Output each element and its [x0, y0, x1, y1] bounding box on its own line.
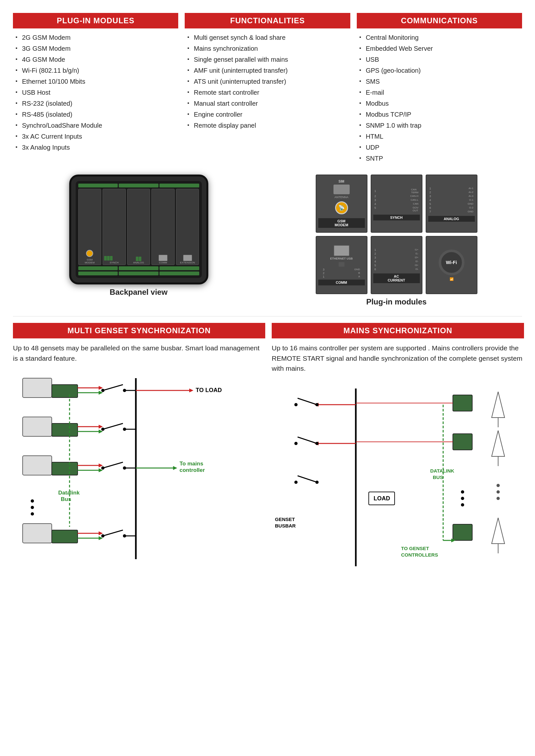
list-item: Synchro/LoadShare Module	[15, 121, 176, 130]
terminal-block	[119, 272, 158, 275]
list-item: USB Host	[15, 88, 176, 97]
antenna-circle-gsm: 📡	[335, 202, 348, 214]
wifi-signal-icon: 📶	[450, 277, 454, 281]
plugin-label: Plug-in modules	[366, 297, 427, 307]
plugin-module-ac-current: 1 I1+ 2 I1- 3 I2+ 4 I2-	[371, 236, 422, 294]
svg-point-70	[461, 497, 464, 500]
list-item: Embedded Web Server	[359, 44, 520, 53]
svg-point-6	[101, 389, 104, 392]
multi-genset-header: MULTI GENSET SYNCHRONIZATION	[13, 323, 265, 338]
controller-2-icon	[52, 423, 78, 436]
terminal-block	[119, 184, 158, 187]
list-item: ATS unit (uninterrupted transfer)	[187, 77, 348, 86]
functionalities-header: FUNCTIONALITIES	[185, 13, 350, 28]
svg-point-71	[461, 503, 464, 506]
svg-point-53	[294, 442, 297, 445]
device-mockup: GSMMODEM SYNCH	[69, 175, 208, 284]
communications-header: COMMUNICATIONS	[357, 13, 522, 28]
multi-genset-svg: TO LOAD Datalink Bus To mains controller	[13, 368, 265, 569]
controller-4-icon	[52, 530, 78, 543]
list-item: SMS	[359, 77, 520, 86]
svg-point-69	[461, 490, 464, 494]
svg-point-73	[496, 490, 500, 494]
svg-text:BUSBAR: BUSBAR	[275, 523, 296, 528]
svg-marker-40	[173, 466, 177, 470]
to-genset-controllers-label: TO GENSET	[401, 546, 429, 551]
svg-line-48	[297, 398, 317, 405]
terminal-block	[159, 184, 199, 187]
plugin-module-label-gsm: GSMMODEM	[318, 218, 365, 228]
list-item: 3x AC Current Inputs	[15, 132, 176, 141]
svg-line-5	[103, 385, 123, 391]
list-item: HTML	[359, 132, 520, 141]
load-label: LOAD	[374, 495, 390, 501]
list-item: 3G GSM Modem	[15, 44, 176, 53]
genset-2-icon	[23, 417, 52, 436]
list-item: RS-232 (isolated)	[15, 99, 176, 108]
list-item: Single genset parallel with mains	[187, 55, 348, 64]
antenna-icon	[86, 250, 93, 257]
svg-point-35	[31, 512, 34, 516]
power-tower-3	[492, 518, 505, 544]
list-item: SNTP	[359, 154, 520, 163]
svg-point-33	[31, 500, 34, 502]
bottom-terminal-row2	[78, 272, 199, 275]
backpanel-label: Backpanel view	[110, 288, 168, 297]
plugin-module-label-comm: COMM	[318, 280, 365, 285]
controller-3-icon	[52, 462, 78, 475]
list-item: Modbus TCP/IP	[359, 110, 520, 119]
svg-marker-37	[189, 389, 193, 392]
list-item: UDP	[359, 143, 520, 152]
list-item: Mains synchronization	[187, 44, 348, 53]
list-item: 3x Analog Inputs	[15, 143, 176, 152]
terminal-block	[159, 272, 199, 275]
power-tower-1	[492, 392, 505, 418]
list-item: Modbus	[359, 99, 520, 108]
list-item: USB	[359, 55, 520, 64]
svg-point-30	[101, 534, 104, 537]
list-item: Manual start controller	[187, 99, 348, 108]
genset-1-icon	[23, 378, 52, 397]
functionalities-list: Multi genset synch & load share Mains sy…	[185, 33, 350, 130]
svg-point-34	[31, 506, 34, 509]
plugin-modules-header: PLUG-IN MODULES	[13, 13, 178, 28]
multi-genset-col: MULTI GENSET SYNCHRONIZATION Up to 48 ge…	[13, 323, 265, 581]
plugin-module-analog: 1 AI-1 2 AI-2 3 AI-3 4 O-1	[426, 175, 477, 233]
svg-line-13	[103, 423, 123, 429]
module-analog: ANALOG	[127, 189, 151, 265]
terminal-block	[119, 266, 158, 270]
list-item: Remote start controller	[187, 88, 348, 97]
list-item: Engine controller	[187, 110, 348, 119]
multi-genset-body: Up to 48 gensets may be paralleled on th…	[13, 343, 265, 363]
mains-sync-svg: LOAD GENSET BUSBAR DATALINK BUS TO GENSE…	[272, 379, 524, 579]
device-inner: GSMMODEM SYNCH	[76, 181, 202, 278]
list-item: SNMP 1.0 with trap	[359, 121, 520, 130]
plugin-module-label-synch: SYNCH	[373, 215, 420, 220]
svg-point-50	[294, 403, 297, 406]
svg-point-72	[496, 484, 500, 487]
mains-controller-2	[453, 434, 472, 450]
svg-text:BUS: BUS	[433, 474, 443, 480]
controller-1-icon	[52, 385, 78, 397]
plugin-module-wifi: Wi-Fi 📶	[426, 236, 477, 294]
list-item: Wi-Fi (802.11 b/g/n)	[15, 66, 176, 75]
module-gsm: GSMMODEM	[78, 189, 101, 265]
list-item: AMF unit (uninterrupted transfer)	[187, 66, 348, 75]
svg-text:CONTROLLERS: CONTROLLERS	[401, 552, 438, 557]
separator	[13, 316, 522, 316]
plugin-module-synch: 1 CANTERM 2 CAN-H 3 CAN-L 4 CAN	[371, 175, 422, 233]
svg-line-21	[103, 462, 123, 468]
top-terminal-row	[78, 184, 199, 187]
rj45-icon	[158, 255, 168, 261]
rj45-ext-icon	[183, 255, 192, 261]
middle-section: GSMMODEM SYNCH	[13, 175, 522, 307]
communications-col: COMMUNICATIONS Central Monitoring Embedd…	[357, 13, 522, 165]
device-modules: GSMMODEM SYNCH	[78, 189, 199, 265]
list-item: 2G GSM Modem	[15, 33, 176, 42]
communications-list: Central Monitoring Embedded Web Server U…	[357, 33, 522, 163]
svg-line-29	[103, 530, 123, 536]
list-item: Ethernet 10/100 Mbits	[15, 77, 176, 86]
list-item: GPS (geo-location)	[359, 66, 520, 75]
mains-sync-header: MAINS SYNCHRONIZATION	[272, 323, 524, 338]
top-section: PLUG-IN MODULES 2G GSM Modem 3G GSM Mode…	[13, 13, 522, 165]
